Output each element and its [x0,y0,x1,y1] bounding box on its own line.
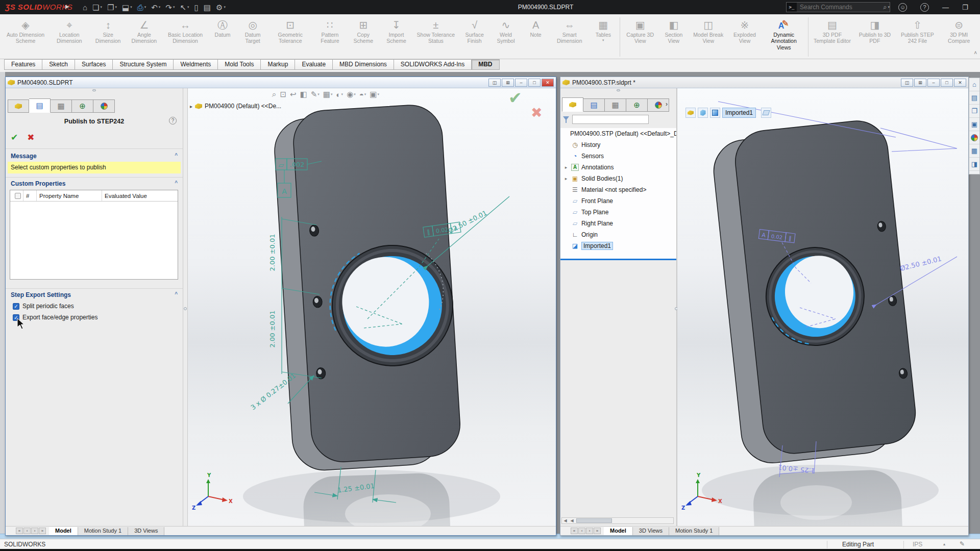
ok-button[interactable]: ✔ [11,132,18,143]
pdf-template-editor-button[interactable]: ▤3D PDF Template Editor [810,15,854,59]
print-button[interactable]: ⎙▾ [135,1,149,13]
tree-item-sensors[interactable]: ◔Sensors [560,151,676,162]
tab-mbd[interactable]: MBD [472,59,499,70]
close-button[interactable]: ✕ [954,79,966,87]
search-commands-box[interactable]: >_ ⌕ ▾ [786,2,890,12]
tree-item-right-plane[interactable]: ▱Right Plane [560,218,676,229]
edit-appearance-button[interactable]: ◓▾ [359,90,366,99]
confirmation-cancel-icon[interactable]: ✖ [531,105,543,121]
right-viewport[interactable]: Imported1 [677,88,968,526]
tile-vertical-button[interactable]: ◫ [901,79,913,87]
view-orientation-dropdown-icon[interactable]: ▾ [378,92,380,96]
custom-properties-group-header[interactable]: Custom Properties [11,180,65,187]
tile-horizontal-button[interactable]: ⊞ [502,79,514,87]
select-button[interactable]: ↖▾ [178,1,191,13]
nav-tab-3d-views[interactable]: 3D Views [128,527,164,535]
step-export-group-header[interactable]: Step Export Settings [11,291,71,298]
undo-button[interactable]: ↶▾ [149,1,162,13]
dynamic-annotation-views-button[interactable]: A✎Dynamic Annotation Views [762,15,806,59]
restore-button[interactable]: ❐ [962,4,968,11]
account-icon[interactable]: ☺ [898,3,907,12]
forum-button[interactable]: ◨ [969,158,979,171]
auto-dimension-scheme-button[interactable]: ◈Auto Dimension Scheme [3,15,48,59]
search-dropdown-icon[interactable]: ▾ [888,5,890,9]
publish-to-3d-pdf-button[interactable]: ◨Publish to 3D PDF [854,15,895,59]
tables-button[interactable]: ▦Tables▾ [589,15,618,59]
model-break-view-button[interactable]: ◫Model Break View [689,15,728,59]
edit-appearance-dropdown-icon[interactable]: ▾ [364,92,366,96]
expand-icon[interactable]: ▸ [564,176,569,181]
right-3d-scene[interactable]: A 0.02 ∥ Ø2.50 ±0.01 1.25 ±0.01 Y X [677,88,968,526]
rebuild-button[interactable]: ▯ [192,1,201,13]
tile-horizontal-button[interactable]: ⊞ [914,79,926,87]
panel-splitter-handle[interactable] [6,88,183,92]
checkbox-split-periodic-faces[interactable]: ✓Split periodic faces [13,303,74,310]
tag-icon[interactable]: ✎ [960,540,965,547]
tab-propertymanager[interactable]: ▤ [29,98,51,113]
panel-horizontal-scrollbar[interactable]: ◀ ◀ [561,517,674,524]
search-input[interactable] [797,4,883,11]
tab-featuremanager[interactable] [8,99,29,113]
tab-configurationmanager[interactable]: ▦ [605,98,626,112]
units-dropdown-icon[interactable]: ▴ [943,542,945,546]
undo-dropdown-icon[interactable]: ▾ [159,5,161,9]
tree-item-material-not-specified-[interactable]: ☰Material <not specified> [560,184,676,195]
message-collapse-icon[interactable]: ^ [175,153,178,158]
tab-mbd-dimensions[interactable]: MBD Dimensions [333,59,394,70]
tree-root[interactable]: PM004900.STP (Default) <<Default>_D [560,128,676,139]
ribbon-collapse-icon[interactable]: ˄ [974,50,977,56]
tab-features[interactable]: Features [4,59,42,70]
copy-scheme-button[interactable]: ⊞Copy Scheme [347,15,379,59]
breadcrumb-label[interactable]: Imported1 [722,108,756,118]
tab-dimxpertmanager[interactable]: ⊕ [626,98,648,112]
scroll-next-button[interactable]: › [586,528,593,534]
panel-viewport-splitter[interactable] [183,88,188,526]
size-dimension-button[interactable]: ↕Size Dimension [91,15,126,59]
panel-help-icon[interactable]: ? [169,117,177,124]
zoom-to-fit-button[interactable]: ⌕ [272,90,276,99]
options-dropdown-icon[interactable]: ▾ [224,5,226,9]
panel-splitter-handle[interactable] [560,88,676,92]
import-scheme-button[interactable]: ↧Import Scheme [379,15,413,59]
breadcrumb-feature-icon[interactable] [710,108,720,118]
scroll-last-button[interactable]: » [39,528,46,534]
select-dropdown-icon[interactable]: ▾ [187,5,189,9]
open-dropdown-icon[interactable]: ▾ [115,5,117,9]
tab-structure-system[interactable]: Structure System [113,59,174,70]
breadcrumb-plane-icon[interactable] [761,108,771,118]
save-button[interactable]: ⬓▾ [120,1,134,13]
previous-view-button[interactable]: ↩ [290,90,297,99]
angle-dimension-button[interactable]: ∠Angle Dimension [126,15,163,59]
new-document-dropdown-icon[interactable]: ▾ [101,5,103,9]
viewport-tree-flyout[interactable]: ▸ PM004900 (Default) <<De... [190,103,281,110]
tab-weldments[interactable]: Weldments [174,59,218,70]
tree-item-top-plane[interactable]: ▱Top Plane [560,207,676,218]
custom-properties-collapse-icon[interactable]: ^ [175,180,178,186]
note-button[interactable]: ANote [521,15,551,59]
weld-symbol-button[interactable]: ∿Weld Symbol [491,15,521,59]
right-window-titlebar[interactable]: PM004900.STP.sldprt * ◫⊞–□✕ [560,77,968,88]
tab-scroll-arrows[interactable]: «‹›» [16,528,46,534]
select-all-cell[interactable] [10,190,23,201]
view-orientation-button[interactable]: ▣▾ [370,90,379,99]
message-group-header[interactable]: Message [11,153,37,160]
tables-dropdown-icon[interactable]: ▾ [602,38,604,42]
datum-target-button[interactable]: ◎Datum Target [237,15,268,59]
exploded-view-button[interactable]: ※Exploded View [728,15,761,59]
surface-finish-button[interactable]: √Surface Finish [458,15,491,59]
breadcrumb-body-icon[interactable] [698,108,708,118]
display-style-button[interactable]: ◐▾ [336,90,344,99]
tree-item-front-plane[interactable]: ▱Front Plane [560,195,676,207]
scroll-first-button[interactable]: « [571,528,578,534]
tile-vertical-button[interactable]: ◫ [488,79,501,87]
tab-displaymanager[interactable] [93,99,115,113]
tree-filter-input[interactable] [572,115,649,124]
logo-flyout-arrow-icon[interactable]: ▶ [65,4,69,9]
print-dropdown-icon[interactable]: ▾ [144,5,146,9]
solidworks-resources-button[interactable]: ⌂ [969,78,979,91]
tree-split-bar[interactable] [560,259,676,260]
checkbox-export-face-edge-properties[interactable]: ✓Export face/edge properties [13,314,97,321]
restore-button[interactable]: □ [941,79,953,87]
status-units[interactable]: IPS [913,541,922,548]
minimize-button[interactable]: – [927,79,940,87]
